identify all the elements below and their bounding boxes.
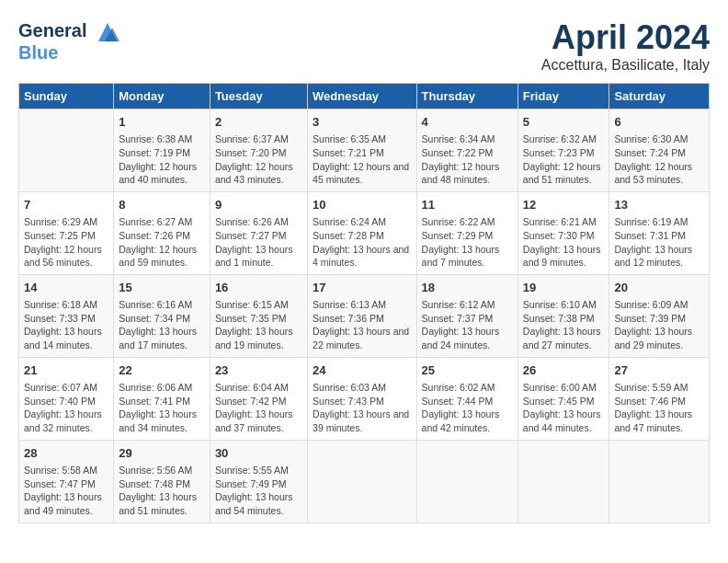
sunset-text: Sunset: 7:30 PM	[523, 230, 595, 241]
sunset-text: Sunset: 7:20 PM	[215, 147, 287, 158]
day-cell: 3Sunrise: 6:35 AMSunset: 7:21 PMDaylight…	[308, 109, 416, 192]
calendar-header-row: SundayMondayTuesdayWednesdayThursdayFrid…	[19, 84, 710, 109]
week-row-2: 7Sunrise: 6:29 AMSunset: 7:25 PMDaylight…	[19, 191, 710, 274]
sunrise-text: Sunrise: 6:37 AM	[215, 133, 289, 144]
date-number: 4	[422, 114, 513, 131]
sunrise-text: Sunrise: 6:06 AM	[119, 382, 192, 393]
week-row-1: 1Sunrise: 6:38 AMSunset: 7:19 PMDaylight…	[19, 109, 710, 192]
sunset-text: Sunset: 7:25 PM	[24, 230, 96, 241]
sunset-text: Sunset: 7:31 PM	[614, 230, 686, 241]
day-cell: 19Sunrise: 6:10 AMSunset: 7:38 PMDayligh…	[518, 274, 609, 357]
title-area: April 2024 Accettura, Basilicate, Italy	[541, 18, 710, 74]
day-cell: 1Sunrise: 6:38 AMSunset: 7:19 PMDaylight…	[114, 109, 210, 192]
header-cell-monday: Monday	[114, 84, 210, 109]
header-cell-saturday: Saturday	[609, 84, 710, 109]
daylight-text: Daylight: 13 hours and 34 minutes.	[119, 408, 197, 433]
header-cell-wednesday: Wednesday	[308, 84, 416, 109]
daylight-text: Daylight: 13 hours and 42 minutes.	[422, 408, 500, 433]
sunrise-text: Sunrise: 6:34 AM	[422, 133, 495, 144]
header-cell-tuesday: Tuesday	[210, 84, 307, 109]
sunset-text: Sunset: 7:39 PM	[614, 313, 686, 324]
date-number: 12	[523, 197, 605, 213]
daylight-text: Daylight: 13 hours and 47 minutes.	[614, 408, 692, 433]
sunset-text: Sunset: 7:27 PM	[215, 230, 287, 241]
day-cell: 22Sunrise: 6:06 AMSunset: 7:41 PMDayligh…	[114, 357, 210, 440]
date-number: 29	[119, 445, 205, 462]
date-number: 30	[215, 445, 302, 462]
day-cell: 16Sunrise: 6:15 AMSunset: 7:35 PMDayligh…	[210, 274, 307, 357]
day-cell: 15Sunrise: 6:16 AMSunset: 7:34 PMDayligh…	[114, 274, 210, 357]
day-cell: 18Sunrise: 6:12 AMSunset: 7:37 PMDayligh…	[416, 274, 518, 357]
daylight-text: Daylight: 13 hours and 39 minutes.	[313, 408, 409, 433]
date-number: 10	[313, 197, 411, 213]
day-cell: 20Sunrise: 6:09 AMSunset: 7:39 PMDayligh…	[609, 274, 710, 357]
date-number: 9	[215, 197, 302, 213]
day-cell: 12Sunrise: 6:21 AMSunset: 7:30 PMDayligh…	[518, 191, 609, 274]
sunset-text: Sunset: 7:35 PM	[215, 313, 287, 324]
sunrise-text: Sunrise: 6:32 AM	[523, 133, 597, 144]
day-cell: 5Sunrise: 6:32 AMSunset: 7:23 PMDaylight…	[518, 109, 609, 192]
date-number: 1	[119, 114, 205, 131]
sunset-text: Sunset: 7:37 PM	[422, 313, 494, 324]
daylight-text: Daylight: 12 hours and 59 minutes.	[119, 244, 197, 269]
date-number: 15	[119, 280, 205, 296]
date-number: 13	[614, 197, 704, 213]
daylight-text: Daylight: 13 hours and 32 minutes.	[24, 408, 102, 433]
sunset-text: Sunset: 7:29 PM	[422, 230, 494, 241]
day-cell: 4Sunrise: 6:34 AMSunset: 7:22 PMDaylight…	[416, 109, 518, 192]
week-row-4: 21Sunrise: 6:07 AMSunset: 7:40 PMDayligh…	[19, 357, 710, 440]
sunrise-text: Sunrise: 6:04 AM	[215, 382, 289, 393]
sunrise-text: Sunrise: 6:30 AM	[614, 133, 688, 144]
sunset-text: Sunset: 7:36 PM	[313, 313, 384, 324]
sunrise-text: Sunrise: 5:56 AM	[119, 465, 192, 476]
sunrise-text: Sunrise: 6:02 AM	[422, 382, 495, 393]
sunset-text: Sunset: 7:48 PM	[119, 478, 190, 489]
daylight-text: Daylight: 13 hours and 29 minutes.	[614, 326, 692, 350]
daylight-text: Daylight: 12 hours and 45 minutes.	[313, 161, 409, 186]
sunrise-text: Sunrise: 6:13 AM	[313, 299, 386, 310]
date-number: 26	[523, 362, 605, 379]
day-cell: 11Sunrise: 6:22 AMSunset: 7:29 PMDayligh…	[416, 191, 518, 274]
sunrise-text: Sunrise: 6:27 AM	[119, 216, 192, 227]
daylight-text: Daylight: 13 hours and 24 minutes.	[422, 326, 500, 350]
sunrise-text: Sunrise: 6:35 AM	[313, 133, 386, 144]
date-number: 3	[313, 114, 411, 131]
sunrise-text: Sunrise: 6:12 AM	[422, 299, 495, 310]
sunrise-text: Sunrise: 5:58 AM	[24, 465, 97, 476]
sunrise-text: Sunrise: 6:38 AM	[119, 133, 192, 144]
calendar-body: 1Sunrise: 6:38 AMSunset: 7:19 PMDaylight…	[19, 109, 710, 523]
header-cell-sunday: Sunday	[19, 84, 114, 109]
sunrise-text: Sunrise: 6:16 AM	[119, 299, 192, 310]
daylight-text: Daylight: 13 hours and 9 minutes.	[523, 244, 601, 269]
sunset-text: Sunset: 7:49 PM	[215, 478, 287, 489]
sunrise-text: Sunrise: 6:26 AM	[215, 216, 289, 227]
sunset-text: Sunset: 7:40 PM	[24, 396, 96, 407]
sunset-text: Sunset: 7:21 PM	[313, 147, 384, 158]
daylight-text: Daylight: 12 hours and 51 minutes.	[523, 161, 601, 186]
sunrise-text: Sunrise: 6:18 AM	[24, 299, 97, 310]
day-cell: 30Sunrise: 5:55 AMSunset: 7:49 PMDayligh…	[210, 440, 307, 523]
sunset-text: Sunset: 7:41 PM	[119, 396, 190, 407]
day-cell: 21Sunrise: 6:07 AMSunset: 7:40 PMDayligh…	[19, 357, 114, 440]
daylight-text: Daylight: 13 hours and 4 minutes.	[313, 244, 409, 269]
sunset-text: Sunset: 7:22 PM	[422, 147, 494, 158]
daylight-text: Daylight: 13 hours and 19 minutes.	[215, 326, 293, 350]
day-cell: 29Sunrise: 5:56 AMSunset: 7:48 PMDayligh…	[114, 440, 210, 523]
daylight-text: Daylight: 12 hours and 40 minutes.	[119, 161, 197, 186]
sunrise-text: Sunrise: 6:21 AM	[523, 216, 597, 227]
sunrise-text: Sunrise: 6:07 AM	[24, 382, 97, 393]
sunrise-text: Sunrise: 6:03 AM	[313, 382, 386, 393]
sunset-text: Sunset: 7:34 PM	[119, 313, 190, 324]
date-number: 25	[422, 362, 513, 379]
sunset-text: Sunset: 7:42 PM	[215, 396, 287, 407]
sunrise-text: Sunrise: 6:22 AM	[422, 216, 495, 227]
sunset-text: Sunset: 7:19 PM	[119, 147, 190, 158]
sunrise-text: Sunrise: 6:24 AM	[313, 216, 386, 227]
day-cell: 13Sunrise: 6:19 AMSunset: 7:31 PMDayligh…	[609, 191, 710, 274]
logo-icon	[94, 18, 121, 46]
date-number: 2	[215, 114, 302, 131]
header-cell-friday: Friday	[518, 84, 609, 109]
day-cell	[416, 440, 518, 523]
sunrise-text: Sunrise: 6:09 AM	[614, 299, 688, 310]
date-number: 5	[523, 114, 605, 131]
